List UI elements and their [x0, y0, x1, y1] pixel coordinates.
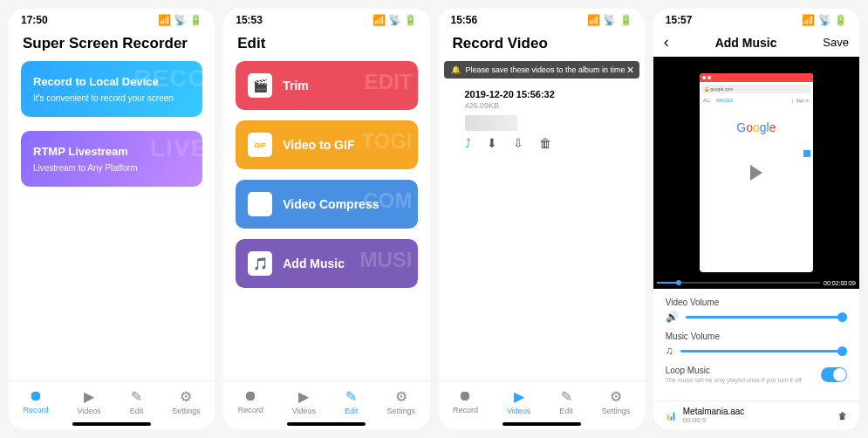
video-timestamp: 2019-12-20 15:56:32 [465, 89, 619, 99]
tab-videos[interactable]: ▶Videos [292, 388, 316, 415]
status-bar: 15:56📶 📡 🔋 [439, 9, 645, 28]
save-button[interactable]: Save [823, 36, 849, 49]
tab-videos[interactable]: ▶Videos [507, 388, 530, 415]
track-name: Metalmania.aac [683, 407, 831, 416]
music-volume-slider[interactable]: ♫ [666, 345, 847, 357]
status-icons: 📶 📡 🔋 [587, 14, 632, 26]
video-actions: ⤴ ⬇ ⇩ 🗑 [465, 136, 619, 150]
tab-edit[interactable]: ✎Edit [130, 388, 144, 415]
trim-icon: 🎬 [248, 73, 272, 98]
equalizer-icon: 📊 [666, 411, 676, 421]
loop-label: Loop Music [666, 366, 802, 375]
google-logo: Google [700, 120, 813, 134]
edit-icon: ✎ [561, 388, 572, 405]
tab-bar: ⏺Record ▶Videos ✎Edit ⚙Settings [223, 380, 429, 421]
status-bar: 15:57📶 📡 🔋 [653, 9, 859, 28]
status-time: 15:56 [451, 14, 478, 26]
progress-bar[interactable]: 00:02:00:09 [653, 277, 859, 289]
screen-record-home: 17:50📶 📡 🔋 Super Screen Recorder RECORec… [9, 9, 215, 429]
speaker-icon: 🔊 [666, 311, 679, 323]
tab-bar: ⏺Record ▶Videos ✎Edit ⚙Settings [9, 380, 215, 421]
tab-record[interactable]: ⏺Record [238, 388, 263, 415]
share-icon[interactable]: ⤴ [465, 136, 471, 150]
save-icon[interactable]: ⬇ [487, 136, 497, 150]
gif-card[interactable]: GIFVideo to GIFTOGI [236, 120, 417, 169]
tab-record[interactable]: ⏺Record [453, 388, 478, 415]
page-title: Add Music [715, 36, 777, 50]
tab-videos[interactable]: ▶Videos [77, 388, 100, 415]
home-indicator [287, 422, 366, 426]
tab-edit[interactable]: ✎Edit [345, 388, 359, 415]
status-bar: 15:53📶 📡 🔋 [223, 9, 429, 28]
screen-videos: 15:56📶 📡 🔋 Record Video 🔔Please save the… [439, 9, 645, 429]
rtmp-livestream-card[interactable]: LIVERTMP LivestreamLivestream to Any Pla… [21, 131, 202, 187]
play-icon[interactable] [750, 165, 762, 181]
screen-edit: 15:53📶 📡 🔋 Edit 🎬TrimEDIT GIFVideo to GI… [223, 9, 429, 429]
edit-icon: ✎ [131, 388, 142, 405]
screen-add-music: 15:57📶 📡 🔋 ‹Add MusicSave 🔒 google.com A… [653, 9, 859, 429]
page-title: Record Video [439, 28, 645, 61]
gear-icon: ⚙ [610, 388, 622, 405]
tab-settings[interactable]: ⚙Settings [602, 388, 631, 415]
status-time: 15:57 [666, 14, 693, 26]
status-time: 17:50 [21, 14, 48, 26]
tab-record[interactable]: ⏺Record [23, 388, 48, 415]
gear-icon: ⚙ [180, 388, 192, 405]
videos-icon: ▶ [84, 388, 94, 405]
save-banner: 🔔Please save these videos to the album i… [444, 61, 639, 79]
music-card[interactable]: 🎵Add MusicMUSI [236, 239, 417, 288]
back-button[interactable]: ‹ [664, 33, 669, 51]
trash-icon[interactable]: 🗑 [539, 136, 551, 150]
home-indicator [72, 422, 151, 426]
videos-icon: ▶ [514, 388, 524, 405]
status-time: 15:53 [236, 14, 263, 26]
record-icon: ⏺ [458, 388, 472, 404]
header: ‹Add MusicSave [653, 28, 859, 57]
gear-icon: ⚙ [395, 388, 407, 405]
tab-settings[interactable]: ⚙Settings [386, 388, 415, 415]
videos-icon: ▶ [298, 388, 309, 405]
compress-icon: 🗜 [248, 192, 272, 216]
music-icon: 🎵 [248, 251, 272, 276]
search-icon [803, 150, 810, 157]
music-volume-label: Music Volume [666, 332, 847, 341]
status-icons: 📶 📡 🔋 [802, 14, 847, 26]
tab-edit[interactable]: ✎Edit [559, 388, 573, 415]
status-icons: 📶 📡 🔋 [158, 14, 203, 26]
note-icon: ♫ [666, 345, 673, 357]
video-thumbnail [465, 115, 517, 131]
audio-track-row[interactable]: 📊Metalmania.aac00:00:5🗑 [653, 400, 859, 429]
video-item[interactable]: 2019-12-20 15:56:32 426.09KB ⤴ ⬇ ⇩ 🗑 [451, 86, 632, 154]
track-time: 00:00:5 [683, 416, 831, 424]
url-bar: 🔒 google.com [702, 85, 810, 93]
compress-card[interactable]: 🗜Video CompressCOM [236, 180, 417, 229]
video-size: 426.09KB [465, 101, 619, 110]
trash-icon[interactable]: 🗑 [838, 411, 847, 421]
video-volume-label: Video Volume [666, 298, 847, 307]
bell-icon: 🔔 [451, 65, 461, 74]
home-indicator [502, 422, 581, 426]
video-volume-slider[interactable]: 🔊 [666, 311, 847, 323]
record-local-card[interactable]: RECORecord to Local DeviceIt's convenien… [21, 61, 202, 117]
status-bar: 17:50📶 📡 🔋 [9, 9, 215, 28]
trim-card[interactable]: 🎬TrimEDIT [236, 61, 417, 110]
loop-hint: The music will be only played once if yo… [666, 377, 802, 383]
page-title: Super Screen Recorder [9, 28, 215, 61]
status-icons: 📶 📡 🔋 [372, 14, 418, 26]
tab-settings[interactable]: ⚙Settings [172, 388, 201, 415]
page-title: Edit [223, 28, 429, 61]
video-preview[interactable]: 🔒 google.com ALLIMAGES⋮ Sign in Google 0… [653, 57, 859, 289]
edit-icon: ✎ [345, 388, 357, 405]
loop-toggle[interactable] [821, 367, 847, 382]
gif-icon: GIF [248, 133, 272, 157]
record-icon: ⏺ [29, 388, 43, 404]
close-icon[interactable]: ✕ [626, 65, 634, 76]
record-icon: ⏺ [243, 388, 257, 404]
download-icon[interactable]: ⇩ [513, 136, 523, 150]
tab-bar: ⏺Record ▶Videos ✎Edit ⚙Settings [439, 380, 645, 421]
